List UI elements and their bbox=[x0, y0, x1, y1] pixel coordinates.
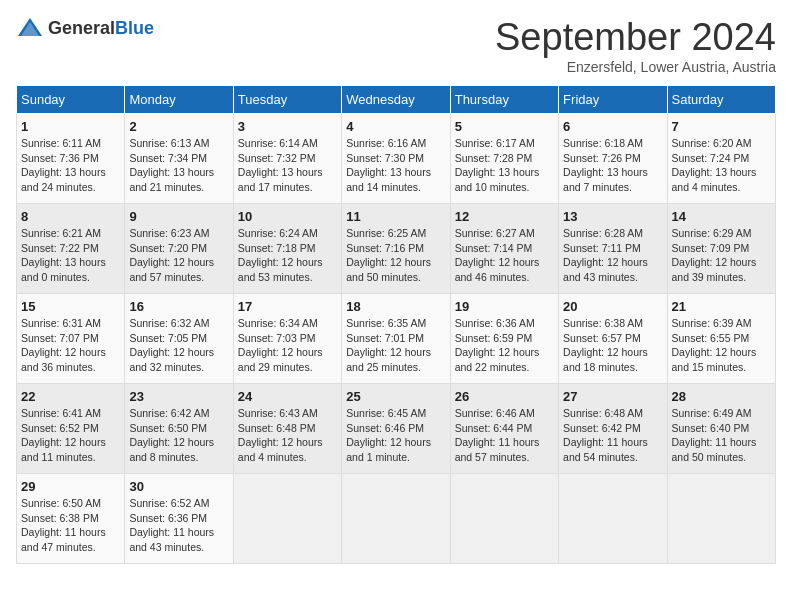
calendar-cell: 6Sunrise: 6:18 AMSunset: 7:26 PMDaylight… bbox=[559, 114, 667, 204]
day-number: 5 bbox=[455, 119, 554, 134]
day-number: 15 bbox=[21, 299, 120, 314]
calendar-cell: 11Sunrise: 6:25 AMSunset: 7:16 PMDayligh… bbox=[342, 204, 450, 294]
day-number: 1 bbox=[21, 119, 120, 134]
header-friday: Friday bbox=[559, 86, 667, 114]
calendar-cell: 28Sunrise: 6:49 AMSunset: 6:40 PMDayligh… bbox=[667, 384, 775, 474]
calendar-cell: 22Sunrise: 6:41 AMSunset: 6:52 PMDayligh… bbox=[17, 384, 125, 474]
day-info: Sunrise: 6:48 AMSunset: 6:42 PMDaylight:… bbox=[563, 406, 662, 465]
calendar-cell: 21Sunrise: 6:39 AMSunset: 6:55 PMDayligh… bbox=[667, 294, 775, 384]
day-number: 21 bbox=[672, 299, 771, 314]
days-header-row: Sunday Monday Tuesday Wednesday Thursday… bbox=[17, 86, 776, 114]
day-info: Sunrise: 6:18 AMSunset: 7:26 PMDaylight:… bbox=[563, 136, 662, 195]
header-wednesday: Wednesday bbox=[342, 86, 450, 114]
day-info: Sunrise: 6:20 AMSunset: 7:24 PMDaylight:… bbox=[672, 136, 771, 195]
header-monday: Monday bbox=[125, 86, 233, 114]
week-row-2: 8Sunrise: 6:21 AMSunset: 7:22 PMDaylight… bbox=[17, 204, 776, 294]
day-number: 12 bbox=[455, 209, 554, 224]
day-info: Sunrise: 6:42 AMSunset: 6:50 PMDaylight:… bbox=[129, 406, 228, 465]
day-number: 14 bbox=[672, 209, 771, 224]
day-info: Sunrise: 6:11 AMSunset: 7:36 PMDaylight:… bbox=[21, 136, 120, 195]
day-number: 28 bbox=[672, 389, 771, 404]
logo: GeneralBlue bbox=[16, 16, 154, 40]
logo-general-text: General bbox=[48, 18, 115, 38]
day-info: Sunrise: 6:21 AMSunset: 7:22 PMDaylight:… bbox=[21, 226, 120, 285]
day-info: Sunrise: 6:34 AMSunset: 7:03 PMDaylight:… bbox=[238, 316, 337, 375]
day-number: 25 bbox=[346, 389, 445, 404]
day-number: 3 bbox=[238, 119, 337, 134]
calendar-cell: 10Sunrise: 6:24 AMSunset: 7:18 PMDayligh… bbox=[233, 204, 341, 294]
header-thursday: Thursday bbox=[450, 86, 558, 114]
day-number: 27 bbox=[563, 389, 662, 404]
day-info: Sunrise: 6:27 AMSunset: 7:14 PMDaylight:… bbox=[455, 226, 554, 285]
logo-blue-text: Blue bbox=[115, 18, 154, 38]
week-row-1: 1Sunrise: 6:11 AMSunset: 7:36 PMDaylight… bbox=[17, 114, 776, 204]
day-info: Sunrise: 6:25 AMSunset: 7:16 PMDaylight:… bbox=[346, 226, 445, 285]
day-number: 29 bbox=[21, 479, 120, 494]
calendar-cell: 8Sunrise: 6:21 AMSunset: 7:22 PMDaylight… bbox=[17, 204, 125, 294]
header-saturday: Saturday bbox=[667, 86, 775, 114]
day-number: 8 bbox=[21, 209, 120, 224]
calendar-cell: 18Sunrise: 6:35 AMSunset: 7:01 PMDayligh… bbox=[342, 294, 450, 384]
calendar-cell: 30Sunrise: 6:52 AMSunset: 6:36 PMDayligh… bbox=[125, 474, 233, 564]
calendar-cell: 1Sunrise: 6:11 AMSunset: 7:36 PMDaylight… bbox=[17, 114, 125, 204]
day-number: 22 bbox=[21, 389, 120, 404]
day-info: Sunrise: 6:32 AMSunset: 7:05 PMDaylight:… bbox=[129, 316, 228, 375]
calendar-cell: 12Sunrise: 6:27 AMSunset: 7:14 PMDayligh… bbox=[450, 204, 558, 294]
day-number: 19 bbox=[455, 299, 554, 314]
day-info: Sunrise: 6:16 AMSunset: 7:30 PMDaylight:… bbox=[346, 136, 445, 195]
day-info: Sunrise: 6:28 AMSunset: 7:11 PMDaylight:… bbox=[563, 226, 662, 285]
calendar-cell: 5Sunrise: 6:17 AMSunset: 7:28 PMDaylight… bbox=[450, 114, 558, 204]
title-area: September 2024 Enzersfeld, Lower Austria… bbox=[495, 16, 776, 75]
day-number: 7 bbox=[672, 119, 771, 134]
day-info: Sunrise: 6:46 AMSunset: 6:44 PMDaylight:… bbox=[455, 406, 554, 465]
day-number: 17 bbox=[238, 299, 337, 314]
calendar-cell: 4Sunrise: 6:16 AMSunset: 7:30 PMDaylight… bbox=[342, 114, 450, 204]
header: GeneralBlue September 2024 Enzersfeld, L… bbox=[16, 16, 776, 75]
day-number: 10 bbox=[238, 209, 337, 224]
calendar-cell: 2Sunrise: 6:13 AMSunset: 7:34 PMDaylight… bbox=[125, 114, 233, 204]
calendar-cell bbox=[233, 474, 341, 564]
day-info: Sunrise: 6:35 AMSunset: 7:01 PMDaylight:… bbox=[346, 316, 445, 375]
day-number: 24 bbox=[238, 389, 337, 404]
day-number: 13 bbox=[563, 209, 662, 224]
day-info: Sunrise: 6:49 AMSunset: 6:40 PMDaylight:… bbox=[672, 406, 771, 465]
calendar-subtitle: Enzersfeld, Lower Austria, Austria bbox=[495, 59, 776, 75]
day-number: 23 bbox=[129, 389, 228, 404]
week-row-4: 22Sunrise: 6:41 AMSunset: 6:52 PMDayligh… bbox=[17, 384, 776, 474]
day-info: Sunrise: 6:29 AMSunset: 7:09 PMDaylight:… bbox=[672, 226, 771, 285]
day-info: Sunrise: 6:14 AMSunset: 7:32 PMDaylight:… bbox=[238, 136, 337, 195]
day-number: 18 bbox=[346, 299, 445, 314]
day-info: Sunrise: 6:17 AMSunset: 7:28 PMDaylight:… bbox=[455, 136, 554, 195]
header-tuesday: Tuesday bbox=[233, 86, 341, 114]
day-info: Sunrise: 6:24 AMSunset: 7:18 PMDaylight:… bbox=[238, 226, 337, 285]
calendar-cell: 3Sunrise: 6:14 AMSunset: 7:32 PMDaylight… bbox=[233, 114, 341, 204]
day-info: Sunrise: 6:38 AMSunset: 6:57 PMDaylight:… bbox=[563, 316, 662, 375]
calendar-cell bbox=[667, 474, 775, 564]
calendar-cell: 17Sunrise: 6:34 AMSunset: 7:03 PMDayligh… bbox=[233, 294, 341, 384]
day-number: 9 bbox=[129, 209, 228, 224]
header-sunday: Sunday bbox=[17, 86, 125, 114]
calendar-cell: 20Sunrise: 6:38 AMSunset: 6:57 PMDayligh… bbox=[559, 294, 667, 384]
calendar-cell bbox=[450, 474, 558, 564]
day-info: Sunrise: 6:52 AMSunset: 6:36 PMDaylight:… bbox=[129, 496, 228, 555]
day-info: Sunrise: 6:23 AMSunset: 7:20 PMDaylight:… bbox=[129, 226, 228, 285]
calendar-title: September 2024 bbox=[495, 16, 776, 59]
day-number: 20 bbox=[563, 299, 662, 314]
day-number: 30 bbox=[129, 479, 228, 494]
day-info: Sunrise: 6:50 AMSunset: 6:38 PMDaylight:… bbox=[21, 496, 120, 555]
calendar-cell: 19Sunrise: 6:36 AMSunset: 6:59 PMDayligh… bbox=[450, 294, 558, 384]
calendar-cell: 27Sunrise: 6:48 AMSunset: 6:42 PMDayligh… bbox=[559, 384, 667, 474]
calendar-cell: 25Sunrise: 6:45 AMSunset: 6:46 PMDayligh… bbox=[342, 384, 450, 474]
calendar-cell: 23Sunrise: 6:42 AMSunset: 6:50 PMDayligh… bbox=[125, 384, 233, 474]
day-info: Sunrise: 6:45 AMSunset: 6:46 PMDaylight:… bbox=[346, 406, 445, 465]
calendar-cell: 29Sunrise: 6:50 AMSunset: 6:38 PMDayligh… bbox=[17, 474, 125, 564]
calendar-cell: 24Sunrise: 6:43 AMSunset: 6:48 PMDayligh… bbox=[233, 384, 341, 474]
day-info: Sunrise: 6:39 AMSunset: 6:55 PMDaylight:… bbox=[672, 316, 771, 375]
calendar-cell: 16Sunrise: 6:32 AMSunset: 7:05 PMDayligh… bbox=[125, 294, 233, 384]
day-info: Sunrise: 6:36 AMSunset: 6:59 PMDaylight:… bbox=[455, 316, 554, 375]
day-number: 11 bbox=[346, 209, 445, 224]
day-number: 26 bbox=[455, 389, 554, 404]
calendar-cell: 26Sunrise: 6:46 AMSunset: 6:44 PMDayligh… bbox=[450, 384, 558, 474]
calendar-cell: 13Sunrise: 6:28 AMSunset: 7:11 PMDayligh… bbox=[559, 204, 667, 294]
day-info: Sunrise: 6:31 AMSunset: 7:07 PMDaylight:… bbox=[21, 316, 120, 375]
